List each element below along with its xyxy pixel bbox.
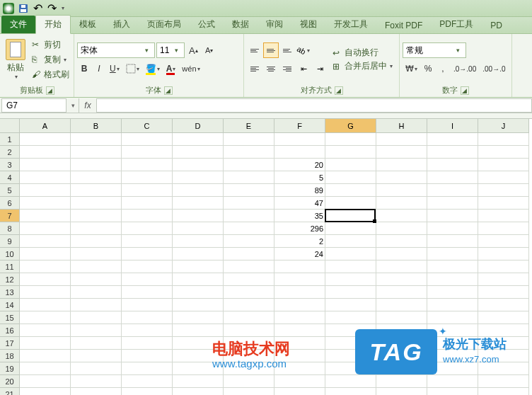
increase-decimal-button[interactable]: .0→.00 [451,61,479,76]
cell-E5[interactable] [224,184,274,197]
cell-D10[interactable] [173,248,224,261]
align-left-button[interactable] [247,61,262,76]
cell-G8[interactable] [325,222,376,235]
row-header-6[interactable]: 6 [0,197,20,210]
cell-I13[interactable] [427,286,478,299]
cell-J7[interactable] [478,210,529,222]
cell-B11[interactable] [71,261,122,273]
cell-B21[interactable] [71,388,122,395]
cell-E16[interactable] [224,324,274,337]
cell-I15[interactable] [427,311,478,324]
cell-D11[interactable] [173,261,224,273]
cell-C7[interactable] [122,210,173,222]
cell-D7[interactable] [173,210,224,222]
undo-icon[interactable]: ↶ [33,4,42,13]
cell-B18[interactable] [71,350,122,362]
cell-F11[interactable] [274,261,325,273]
chevron-down-icon[interactable]: ▾ [141,47,151,54]
cell-H5[interactable] [376,184,427,197]
cell-A13[interactable] [20,286,71,299]
cell-B20[interactable] [71,375,122,388]
font-color-button[interactable]: A▾ [163,61,179,76]
row-header-17[interactable]: 17 [0,337,20,350]
italic-button[interactable]: I [92,61,106,76]
cell-G21[interactable] [325,388,376,395]
cell-I4[interactable] [427,171,478,184]
align-center-button[interactable] [263,61,279,76]
wrap-text-button[interactable]: ↩ 自动换行 [332,47,393,59]
cell-J2[interactable] [478,146,529,159]
orientation-button[interactable]: ab▾ [296,42,311,58]
column-header-B[interactable]: B [71,119,122,133]
tab-pdf-tools[interactable]: PDF工具 [431,16,482,33]
cell-H10[interactable] [376,248,427,261]
cell-E12[interactable] [224,273,274,286]
cell-A3[interactable] [20,159,71,171]
align-middle-button[interactable] [263,42,279,58]
cell-J5[interactable] [478,184,529,197]
cell-D13[interactable] [173,286,224,299]
cell-A19[interactable] [20,362,71,375]
cell-H2[interactable] [376,146,427,159]
cell-H7[interactable] [376,210,427,222]
cell-G11[interactable] [325,261,376,273]
cell-A12[interactable] [20,273,71,286]
cell-B14[interactable] [71,299,122,311]
row-header-19[interactable]: 19 [0,362,20,375]
column-header-J[interactable]: J [478,119,529,133]
cell-F10[interactable]: 24 [274,248,325,261]
cell-D12[interactable] [173,273,224,286]
row-header-10[interactable]: 10 [0,248,20,261]
paste-dropdown-icon[interactable]: ▾ [15,74,18,80]
cell-E11[interactable] [224,261,274,273]
format-painter-button[interactable]: 🖌 格式刷 [30,68,71,81]
bold-button[interactable]: B [77,61,91,76]
tab-formulas[interactable]: 公式 [190,16,224,33]
tab-page-layout[interactable]: 页面布局 [139,16,190,33]
align-right-button[interactable] [279,61,295,76]
cell-E4[interactable] [224,171,274,184]
row-header-16[interactable]: 16 [0,324,20,337]
align-top-button[interactable] [247,42,262,58]
row-header-8[interactable]: 8 [0,222,20,235]
tab-data[interactable]: 数据 [224,16,258,33]
cell-F3[interactable]: 20 [274,159,325,171]
cell-H8[interactable] [376,222,427,235]
cell-C8[interactable] [122,222,173,235]
cell-D8[interactable] [173,222,224,235]
cell-G4[interactable] [325,171,376,184]
cell-F7[interactable]: 35 [274,210,325,222]
cell-F15[interactable] [274,311,325,324]
cell-E3[interactable] [224,159,274,171]
cell-J14[interactable] [478,299,529,311]
cell-C19[interactable] [122,362,173,375]
cell-A4[interactable] [20,171,71,184]
cell-E6[interactable] [224,197,274,210]
cell-A1[interactable] [20,133,71,146]
cell-C16[interactable] [122,324,173,337]
column-header-D[interactable]: D [173,119,224,133]
cell-B2[interactable] [71,146,122,159]
cell-J8[interactable] [478,222,529,235]
cell-B19[interactable] [71,362,122,375]
name-box[interactable]: G7 [1,98,66,113]
cell-J12[interactable] [478,273,529,286]
font-size-combo[interactable]: 11 ▾ [156,42,185,58]
cell-C2[interactable] [122,146,173,159]
cell-J6[interactable] [478,197,529,210]
cell-G7[interactable] [325,210,376,222]
cell-C17[interactable] [122,337,173,350]
column-header-H[interactable]: H [376,119,427,133]
cell-C11[interactable] [122,261,173,273]
cell-J4[interactable] [478,171,529,184]
cell-B17[interactable] [71,337,122,350]
cell-A17[interactable] [20,337,71,350]
row-header-13[interactable]: 13 [0,286,20,299]
cell-F6[interactable]: 47 [274,197,325,210]
cell-H12[interactable] [376,273,427,286]
cell-A21[interactable] [20,388,71,395]
cell-J20[interactable] [478,375,529,388]
cell-I3[interactable] [427,159,478,171]
cell-I5[interactable] [427,184,478,197]
cell-B8[interactable] [71,222,122,235]
